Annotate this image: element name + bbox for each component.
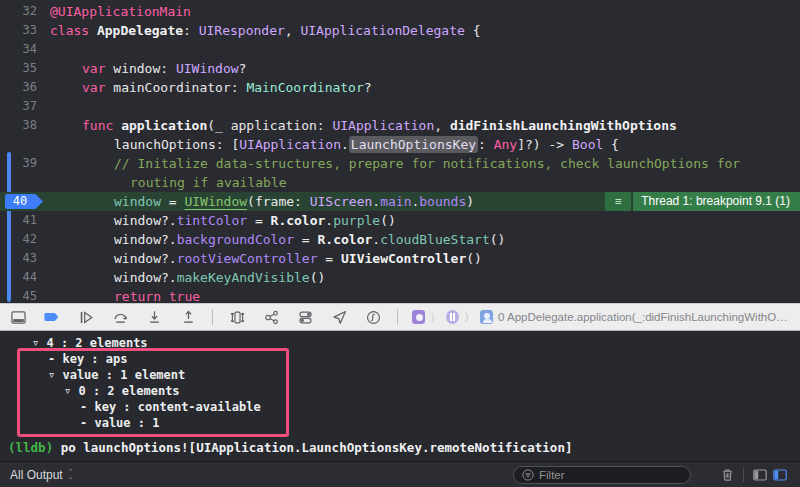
code-line[interactable]: 35var window: UIWindow?: [0, 59, 800, 78]
code-token: UIApplication: [239, 137, 341, 152]
jump-bar-text[interactable]: 0 AppDelegate.application(_:didFinishLau…: [498, 311, 792, 323]
code-line[interactable]: 42window?.backgroundColor = R.color.clou…: [0, 230, 800, 249]
simulate-location-icon[interactable]: [329, 307, 349, 327]
code-token: :: [183, 23, 199, 38]
instruments-icon[interactable]: [363, 307, 383, 327]
code-line[interactable]: 41window?.tintColor = R.color.purple(): [0, 211, 800, 230]
code-token: makeKeyAndVisible: [177, 270, 310, 285]
code-text[interactable]: window?.backgroundColor = R.color.cloudB…: [46, 230, 800, 249]
debug-console[interactable]: ▿ 4 : 2 elements- key : aps▿ value : 1 e…: [0, 331, 800, 461]
line-number[interactable]: 39: [0, 154, 46, 173]
code-text[interactable]: var mainCoordinator: MainCoordinator?: [46, 78, 800, 97]
code-line[interactable]: 33class AppDelegate: UIResponder, UIAppl…: [0, 21, 800, 40]
code-line[interactable]: 45return true: [0, 287, 800, 303]
line-number[interactable]: 35: [0, 59, 46, 78]
breakpoint-marker[interactable]: 40: [5, 194, 43, 209]
code-text[interactable]: window?.tintColor = R.color.purple(): [46, 211, 800, 230]
debug-jump-bar[interactable]: 〉 〉 0 AppDelegate.application(_:didFinis…: [412, 310, 792, 325]
code-text[interactable]: return true: [46, 287, 800, 303]
code-line[interactable]: routing if available: [0, 173, 800, 192]
code-text[interactable]: class AppDelegate: UIResponder, UIApplic…: [46, 21, 800, 40]
console-output-line: - value : 1: [0, 415, 800, 431]
breakpoint-badge[interactable]: ≡Thread 1: breakpoint 9.1 (1): [605, 192, 800, 211]
line-number[interactable]: 40: [0, 192, 46, 211]
environment-overrides-icon[interactable]: [295, 307, 315, 327]
code-token: {: [603, 137, 619, 152]
code-line[interactable]: launchOptions: [UIApplication.LaunchOpti…: [0, 135, 800, 154]
line-number[interactable]: 43: [0, 249, 46, 268]
line-number[interactable]: 36: [0, 78, 46, 97]
hide-debug-area-icon[interactable]: [8, 307, 28, 327]
code-token: var: [82, 80, 105, 95]
breakpoints-toggle-icon[interactable]: [42, 307, 62, 327]
debug-menu-icon[interactable]: ≡: [605, 192, 631, 211]
code-text[interactable]: launchOptions: [UIApplication.LaunchOpti…: [46, 135, 800, 154]
code-text[interactable]: [46, 97, 800, 116]
code-token: =: [161, 194, 184, 209]
code-token: (_ application:: [207, 118, 332, 133]
line-number[interactable]: 37: [0, 97, 46, 116]
code-token: cloudBlueStart: [380, 232, 490, 247]
code-token: R.color: [318, 232, 373, 247]
lldb-command-text[interactable]: po launchOptions![UIApplication.LaunchOp…: [61, 440, 573, 455]
line-number[interactable]: 41: [0, 211, 46, 230]
code-line[interactable]: 44window?.makeKeyAndVisible(): [0, 268, 800, 287]
code-token: ,: [285, 23, 301, 38]
code-token: ): [466, 194, 474, 209]
output-scope-selector[interactable]: All Output ⌃⌄: [10, 468, 74, 482]
code-lines: 32@UIApplicationMain33class AppDelegate:…: [0, 0, 800, 303]
code-token: UIScreen: [310, 194, 373, 209]
source-editor[interactable]: 32@UIApplicationMain33class AppDelegate:…: [0, 0, 800, 303]
line-number[interactable]: 34: [0, 40, 46, 59]
show-variables-view-icon[interactable]: [750, 465, 770, 485]
code-line[interactable]: 34: [0, 40, 800, 59]
code-text[interactable]: var window: UIWindow?: [46, 59, 800, 78]
code-text[interactable]: window?.rootViewController = UIViewContr…: [46, 249, 800, 268]
code-line[interactable]: 36var mainCoordinator: MainCoordinator?: [0, 78, 800, 97]
console-filter-field[interactable]: [513, 466, 691, 484]
code-line[interactable]: 39// Initalize data-structures, prepare …: [0, 154, 800, 173]
code-token: .: [325, 213, 333, 228]
console-output: ▿ 4 : 2 elements- key : aps▿ value : 1 e…: [0, 335, 800, 431]
code-token: window?.: [114, 232, 177, 247]
continue-icon[interactable]: [76, 307, 96, 327]
code-text[interactable]: routing if available: [46, 173, 800, 192]
code-line[interactable]: 37: [0, 97, 800, 116]
line-number[interactable]: [0, 135, 46, 154]
lldb-input-line[interactable]: (lldb) po launchOptions![UIApplication.L…: [0, 440, 800, 456]
code-text[interactable]: [46, 40, 800, 59]
thread-icon[interactable]: [446, 310, 459, 324]
line-number[interactable]: 32: [0, 2, 46, 21]
step-out-icon[interactable]: [178, 307, 198, 327]
debug-memory-graph-icon[interactable]: [261, 307, 281, 327]
code-token: .: [372, 194, 380, 209]
clear-console-icon[interactable]: [717, 465, 737, 485]
stack-frame-icon[interactable]: [480, 310, 493, 324]
code-token: window?.: [114, 270, 177, 285]
code-token: window?.: [114, 213, 177, 228]
line-number[interactable]: 44: [0, 268, 46, 287]
code-line[interactable]: 43window?.rootViewController = UIViewCon…: [0, 249, 800, 268]
code-line[interactable]: 38func application(_ application: UIAppl…: [0, 116, 800, 135]
step-over-icon[interactable]: [110, 307, 130, 327]
code-text[interactable]: // Initalize data-structures, prepare fo…: [46, 154, 800, 173]
line-number[interactable]: 38: [0, 116, 46, 135]
code-token: tintColor: [177, 213, 247, 228]
app-icon[interactable]: [412, 310, 425, 324]
line-number[interactable]: 42: [0, 230, 46, 249]
lldb-command[interactable]: [53, 440, 61, 455]
code-text[interactable]: window?.makeKeyAndVisible(): [46, 268, 800, 287]
code-text[interactable]: func application(_ application: UIApplic…: [46, 116, 800, 135]
line-number[interactable]: [0, 173, 46, 192]
line-number[interactable]: 45: [0, 287, 46, 303]
line-number[interactable]: 33: [0, 21, 46, 40]
show-console-view-icon[interactable]: [770, 465, 790, 485]
filter-input[interactable]: [539, 469, 682, 481]
code-text[interactable]: @UIApplicationMain: [46, 2, 800, 21]
step-into-icon[interactable]: [144, 307, 164, 327]
code-line[interactable]: 40window = UIWindow(frame: UIScreen.main…: [0, 192, 800, 211]
code-line[interactable]: 32@UIApplicationMain: [0, 2, 800, 21]
code-token: ,: [434, 118, 450, 133]
debug-view-hierarchy-icon[interactable]: [227, 307, 247, 327]
toolbar-divider: [212, 309, 213, 325]
